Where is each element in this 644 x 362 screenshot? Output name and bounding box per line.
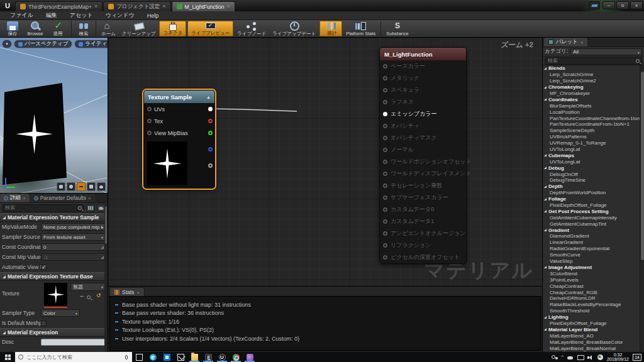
notification-center-icon[interactable]: 14 — [633, 354, 641, 361]
material-input-pin[interactable] — [383, 124, 387, 128]
mail-icon[interactable] — [174, 352, 187, 362]
output-pin[interactable] — [208, 107, 213, 111]
material-input-pin[interactable] — [383, 207, 387, 212]
file-explorer-icon[interactable] — [187, 352, 201, 362]
tab-close-icon[interactable] — [94, 4, 97, 9]
tab-close-icon[interactable] — [136, 289, 140, 295]
minimize-button[interactable]: – — [602, 1, 615, 9]
texture-sample-node-header[interactable]: Texture Sample ▲ — [144, 90, 214, 103]
palette-entry[interactable]: DebugOnOff — [543, 171, 640, 177]
palette-entry[interactable]: 3PointLevels — [543, 277, 640, 283]
section-header[interactable]: Material Expression — [0, 328, 108, 337]
palette-entry[interactable]: Blends — [543, 65, 640, 72]
palette-entry[interactable]: DeriveHDRfromLDR — [543, 295, 640, 302]
people-icon[interactable] — [551, 354, 557, 360]
restore-button[interactable]: o — [616, 1, 629, 9]
tab-close-icon[interactable] — [88, 195, 91, 201]
tab-close-icon[interactable] — [162, 4, 165, 9]
start-button[interactable] — [0, 352, 15, 362]
close-button[interactable]: x — [630, 1, 643, 9]
details-search-input[interactable] — [3, 205, 84, 211]
palette-entry[interactable]: LinearGradient — [543, 239, 640, 246]
palette-entry[interactable]: DepthFromWorldPosition — [543, 190, 640, 196]
palette-entry[interactable]: PixelDepthOffset_Foliage — [543, 321, 640, 327]
palette-entry[interactable]: Debug — [543, 165, 640, 171]
toolbar-button[interactable]: 保存 — [1, 21, 24, 36]
palette-tab[interactable]: パレット — [544, 38, 587, 47]
material-input-pin[interactable] — [383, 136, 387, 140]
document-tab[interactable]: プロジェクト設定 — [103, 1, 170, 11]
unreal-engine-icon[interactable]: U — [215, 352, 229, 362]
sampler-type-dropdown[interactable]: Color — [41, 309, 80, 317]
material-input-pin[interactable] — [383, 255, 387, 260]
palette-entry[interactable]: Get Post Process Setting — [543, 208, 640, 214]
input-pin[interactable] — [147, 119, 152, 123]
palette-entry[interactable]: Lerp_ScratchGrime — [543, 72, 640, 78]
taskbar-search-box[interactable]: ここに入力して検索 — [15, 352, 132, 362]
material-input-pin[interactable] — [383, 160, 387, 164]
menu-item[interactable]: ウィンドウ — [99, 11, 141, 19]
collapse-node-icon[interactable]: ▲ — [206, 95, 211, 99]
output-pin[interactable] — [208, 131, 213, 135]
palette-entry[interactable]: PanTextureCoordinateFrom-1toN+1 — [543, 121, 640, 128]
browse-asset-icon[interactable] — [87, 295, 91, 299]
section-header[interactable]: Material Expression Texture Base — [0, 272, 108, 281]
palette-entry[interactable]: RaiseBlackLevelsByPercentage — [543, 302, 640, 308]
details-scrollbar[interactable] — [104, 204, 108, 352]
viewport-mode-button[interactable]: ライティング — [74, 40, 108, 48]
input-pin[interactable] — [147, 107, 152, 111]
menu-item[interactable]: アセット — [64, 11, 99, 19]
plane-shape-button[interactable] — [77, 182, 86, 191]
palette-scrollbar[interactable] — [640, 65, 644, 352]
material-input-pin[interactable] — [383, 148, 387, 152]
material-input-pin[interactable] — [383, 112, 387, 116]
chrome-icon[interactable] — [229, 352, 243, 362]
automatic-view-checkbox[interactable] — [41, 265, 47, 270]
palette-entry[interactable]: Lerp_ScratchGrime2 — [543, 78, 640, 84]
palette-entry[interactable]: LocalPosition — [543, 109, 640, 115]
edge-icon[interactable]: e — [146, 352, 160, 362]
column-view-button[interactable] — [86, 204, 95, 212]
material-input-pin[interactable] — [383, 172, 387, 176]
section-header[interactable]: Material Expression Texture Sample — [0, 213, 108, 222]
palette-entry[interactable]: Coordinates — [543, 96, 640, 102]
category-filter-dropdown[interactable]: All — [570, 48, 642, 55]
menu-item[interactable]: 編集 — [40, 11, 64, 19]
toolbar-button[interactable]: Platform Stats — [343, 21, 379, 36]
teapot-shape-button[interactable] — [97, 182, 106, 191]
palette-entry[interactable]: MatLayerBlend_BreakNormal — [543, 345, 640, 351]
palette-entry[interactable]: GetAmbientCubemapIntensity — [543, 214, 640, 221]
cylinder-shape-button[interactable] — [57, 182, 65, 191]
texture-sample-node[interactable]: Texture Sample ▲ UVs Tex — [143, 90, 215, 189]
output-pin[interactable] — [208, 119, 213, 123]
palette-entry[interactable]: PanTextureCoordinateChannelfrom-1ton+1 — [543, 115, 640, 121]
taskbar-clock[interactable]: 0:32 2018/09/12 — [607, 353, 629, 362]
tutorial-icon[interactable] — [589, 1, 600, 9]
palette-entry[interactable]: DiamondGradient — [543, 233, 640, 239]
tab-close-icon[interactable] — [226, 4, 230, 9]
onedrive-icon[interactable] — [567, 354, 574, 360]
tab-close-icon[interactable] — [23, 195, 26, 201]
input-pin[interactable] — [147, 131, 152, 135]
toolbar-button[interactable]: ライブアップデート — [269, 21, 319, 36]
palette-entry[interactable]: CheapContrast — [543, 283, 640, 289]
is-default-meshpaint-checkbox[interactable] — [41, 321, 47, 326]
palette-entry[interactable]: UVBrickPatterns — [543, 134, 640, 140]
material-graph-canvas[interactable]: ズーム +2 マテリアル Texture Sample ▲ UVs — [108, 38, 542, 286]
palette-entry[interactable]: UVRemap_0-1_ToRange — [543, 140, 640, 146]
material-preview-viewport[interactable]: パースペクティブ ライティング 表示 — [0, 38, 108, 193]
palette-entry[interactable]: Cubemaps — [543, 152, 640, 158]
toolbar-button[interactable]: コネクタ — [159, 21, 186, 36]
palette-entry[interactable]: Foliage — [543, 196, 640, 202]
palette-entry[interactable]: PixelDepthOffset_Foliage — [543, 202, 640, 209]
output-pin[interactable] — [208, 147, 213, 151]
material-input-pin[interactable] — [383, 243, 387, 248]
toolbar-button[interactable]: ホーム — [96, 21, 119, 36]
viewport-options-dropdown[interactable] — [2, 40, 12, 48]
texture-thumbnail[interactable] — [44, 283, 67, 306]
palette-entry[interactable]: Material Layer Blend — [543, 326, 640, 332]
viewport-mode-button[interactable]: パースペクティブ — [14, 40, 72, 48]
task-view-button[interactable] — [132, 352, 146, 362]
palette-entry[interactable]: ValueStep — [543, 258, 640, 265]
texture-asset-dropdown[interactable]: 無題 — [70, 283, 106, 291]
